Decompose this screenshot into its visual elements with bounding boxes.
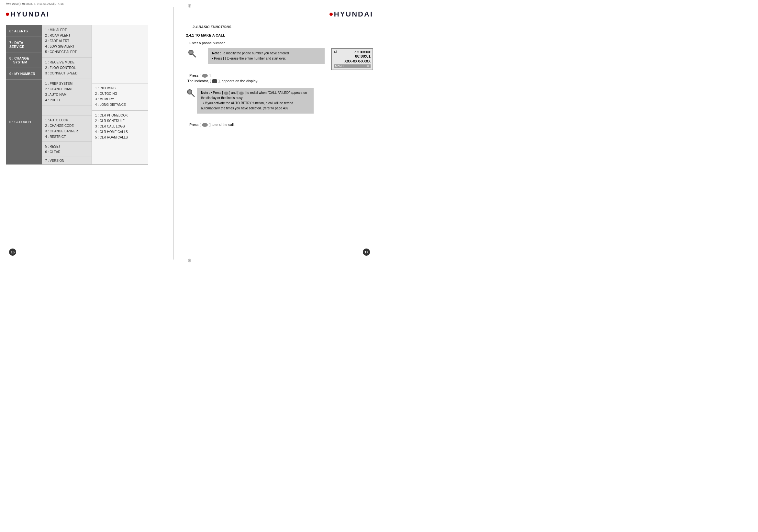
- right-content: 2.4 BASIC FUNCTIONS 2.4.1 TO MAKE A CALL…: [186, 25, 373, 127]
- logo-right: HYUNDAI: [180, 10, 373, 18]
- svg-line-2: [193, 54, 195, 57]
- logo-text-left: HYUNDAI: [10, 10, 50, 18]
- col1-alerts: 6 : ALERTS: [6, 25, 42, 37]
- col3-clear-sub: 1 : CLR PHONEBOOK 2 : CLR SCHEDULE 3 : C…: [92, 110, 148, 142]
- col2-mynumber-sub: [42, 106, 91, 116]
- page-num-circle-right: 17: [363, 249, 370, 256]
- col2-data-3: 3 : CONNECT SPEED: [45, 71, 88, 76]
- col3-empty-top: [92, 25, 148, 83]
- col2-change-3: 3 : AUTO NAM: [45, 92, 88, 97]
- subsection-title: 2.4.1 TO MAKE A CALL: [186, 33, 373, 37]
- col1-data-service: 7 : DATA SERVICE: [6, 37, 42, 52]
- menu-button-icon: [202, 74, 208, 78]
- svg-point-3: [190, 51, 192, 53]
- col2-security-5-6: 5 : RESET 6 : CLEAR: [42, 141, 91, 157]
- col3-restrict-1: 1 : INCOMING: [95, 85, 145, 91]
- btn-icon-2: [239, 91, 244, 95]
- col2-data-2: 2 : FLOW CONTROL: [45, 65, 88, 71]
- menu-col-1: 6 : ALERTS 7 : DATA SERVICE 8 : CHANGE S…: [6, 25, 42, 164]
- end-button-icon: [202, 123, 208, 127]
- col2-sec-6: 6 : CLEAR: [45, 149, 88, 155]
- col2-data-1: 1 : RECEIVE MODE: [45, 59, 88, 65]
- col2-sec-4: 4 : RESTRICT: [45, 134, 88, 140]
- col3-clear-5: 5 : CLR ROAM CALLS: [95, 135, 145, 140]
- note2-block: Note : • Press [ ] and [ ] to redial whe…: [186, 88, 373, 118]
- phone-icons: ✓✉ ◉◉◉◉: [354, 50, 371, 53]
- step2-indicator: The indicator, [ ], appears on the displ…: [188, 79, 373, 83]
- center-divider: [173, 7, 174, 259]
- page-num-circle-left: 16: [9, 249, 16, 256]
- top-bar: hwp-2150(8-9) 2003. 8. 9 11:51 AM페이지16 ⊕: [0, 0, 379, 7]
- col2-version: 7 : VERSION: [42, 157, 91, 164]
- col2-alert-3: 3 : FADE ALERT: [45, 38, 88, 44]
- col2-ver-7: 7 : VERSION: [45, 159, 88, 162]
- col3-clear-4: 4 : CLR HOME CALLS: [95, 129, 145, 135]
- cross-bottom-mark: ⊕: [188, 257, 191, 263]
- file-meta: hwp-2150(8-9) 2003. 8. 9 11:51 AM페이지16: [6, 2, 64, 6]
- note-box-2: Note : • Press [ ] and [ ] to redial whe…: [197, 88, 314, 114]
- section-title: 2.4 BASIC FUNCTIONS: [192, 25, 373, 29]
- left-page: HYUNDAI 6 : ALERTS 7 : DATA SERVICE 8 : …: [6, 7, 171, 259]
- phone-screen: T.ll ✓✉ ◉◉◉◉ 00:00:01 XXX-XXX-XXXX MENU …: [331, 48, 373, 70]
- step1-text: · Enter a phone number.: [188, 41, 373, 45]
- phone-signal: T.ll: [334, 50, 337, 53]
- phone-menu-icon: ✉: [367, 65, 369, 68]
- phone-time: 00:00:01: [334, 54, 371, 58]
- logo-dot-right: [329, 13, 333, 16]
- col2-sec-2: 2 : CHANGE CODE: [45, 123, 88, 128]
- col3-restrict-3: 3 : MEMORY: [95, 96, 145, 102]
- page-number-right: 17: [363, 249, 370, 256]
- page-number-left: 16: [9, 249, 16, 256]
- col3-clear-2: 2 : CLR SCHEDULE: [95, 118, 145, 124]
- col3-clear-3: 3 : CLR CALL LOGS: [95, 124, 145, 129]
- svg-point-7: [189, 91, 190, 93]
- col3-clear-1: 1 : CLR PHONEBOOK: [95, 113, 145, 118]
- col3-restrict-4: 4 : LONG DISTANCE: [95, 102, 145, 108]
- col3-restrict-sub: 1 : INCOMING 2 : OUTGOING 3 : MEMORY 4 :…: [92, 83, 148, 110]
- note1-colon: : To modify the phone number you have en…: [219, 51, 291, 55]
- col2-data-sub: 1 : RECEIVE MODE 2 : FLOW CONTROL 3 : CO…: [42, 58, 91, 79]
- btn-icon-1: [224, 91, 228, 95]
- bottom-bar: ⊕: [0, 259, 379, 266]
- menu-col-2: 1 : MIN ALERT 2 : ROAM ALERT 3 : FADE AL…: [42, 25, 91, 164]
- phone-menu-row: MENU ✉: [334, 64, 371, 68]
- right-page: HYUNDAI 2.4 BASIC FUNCTIONS 2.4.1 TO MAK…: [176, 7, 373, 259]
- phone-number: XXX-XXX-XXXX: [334, 59, 371, 63]
- main-content: HYUNDAI 6 : ALERTS 7 : DATA SERVICE 8 : …: [0, 7, 379, 259]
- step2-text: · Press [ ].: [188, 74, 373, 78]
- magnifier-icon-1: [188, 49, 196, 58]
- note2-label: Note: [201, 91, 208, 94]
- col2-sec-5: 5 : RESET: [45, 144, 88, 149]
- col1-change-label: 8 : CHANGE SYSTEM: [9, 56, 29, 64]
- col1-data-label: 7 : DATA SERVICE: [9, 41, 24, 49]
- step1-block: Note : To modify the phone number you ha…: [188, 48, 373, 70]
- phone-menu-label: MENU: [335, 65, 344, 68]
- note1-label: Note: [212, 51, 219, 55]
- logo-dot: [6, 13, 9, 16]
- magnifier-icon-2: [186, 88, 195, 97]
- col2-change-1: 1 : PREF SYSTEM: [45, 81, 88, 86]
- col2-alert-5: 5 : CONNECT ALERT: [45, 49, 88, 55]
- col2-alert-4: 4 : LOW SIG ALERT: [45, 44, 88, 49]
- step3-text: · Press [ ] to end the call.: [188, 123, 373, 127]
- note1-bullet: • Press [ ] to erase the entire number a…: [212, 57, 286, 60]
- col1-change-system: 8 : CHANGE SYSTEM: [6, 52, 42, 68]
- col2-change-sub: 1 : PREF SYSTEM 2 : CHANGE NAM 3 : AUTO …: [42, 79, 91, 106]
- col2-change-4: 4 : PRL ID: [45, 97, 88, 103]
- col2-alert-1: 1 : MIN ALERT: [45, 27, 88, 33]
- col2-alert-2: 2 : ROAM ALERT: [45, 33, 88, 38]
- col2-security-1-4: 1 : AUTO LOCK 2 : CHANGE CODE 3 : CHANGE…: [42, 116, 91, 141]
- logo-left: HYUNDAI: [6, 10, 167, 18]
- svg-line-6: [191, 94, 194, 96]
- col2-sec-1: 1 : AUTO LOCK: [45, 117, 88, 123]
- logo-text-right: HYUNDAI: [334, 10, 373, 18]
- col1-security: 0 : SECURITY: [6, 80, 42, 164]
- phone-status-row: T.ll ✓✉ ◉◉◉◉: [334, 50, 371, 53]
- camera-icon: [212, 79, 217, 83]
- col3-restrict-2: 2 : OUTGOING: [95, 91, 145, 96]
- col1-my-number: 9 : MY NUMBER: [6, 68, 42, 80]
- col2-alerts-sub: 1 : MIN ALERT 2 : ROAM ALERT 3 : FADE AL…: [42, 25, 91, 58]
- menu-table: 6 : ALERTS 7 : DATA SERVICE 8 : CHANGE S…: [6, 25, 148, 165]
- col2-sec-3: 3 : CHANGE BANNER: [45, 128, 88, 134]
- col2-change-2: 2 : CHANGE NAM: [45, 86, 88, 92]
